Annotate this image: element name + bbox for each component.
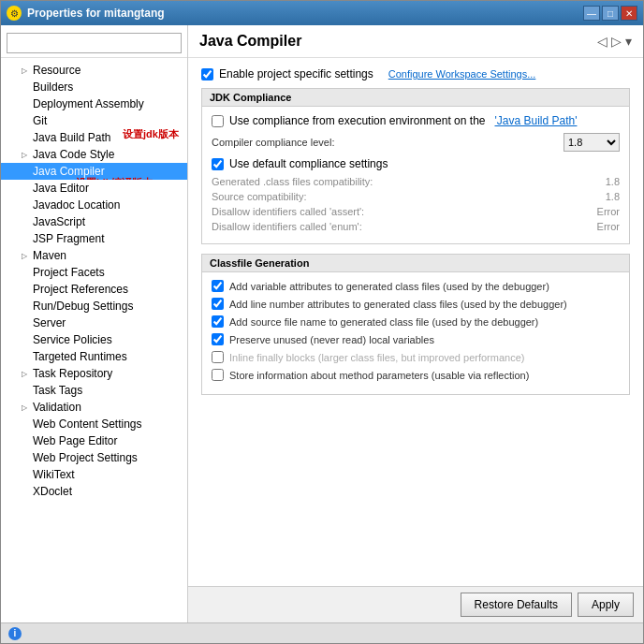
- store-checkbox[interactable]: [212, 369, 224, 381]
- compliance-level-label: Compiler compliance level:: [212, 137, 334, 148]
- sidebar-item-project-facets[interactable]: Project Facets: [1, 264, 187, 281]
- generated-label: Generated .class files compatibility:: [212, 176, 373, 187]
- add-variable-label: Add variable attributes to generated cla…: [229, 281, 549, 292]
- compliance-level-row: Compiler compliance level: 1.8 1.7 1.6: [212, 133, 620, 152]
- sidebar-item-java-compiler[interactable]: Java Compiler 设置jdk编译版本: [1, 163, 187, 180]
- sidebar-item-web-page-editor[interactable]: Web Page Editor: [1, 432, 187, 449]
- sidebar-item-label: Validation: [33, 401, 81, 414]
- use-default-label: Use default compliance settings: [229, 157, 388, 170]
- expand-arrow-placeholder: [20, 285, 29, 294]
- sidebar-item-maven[interactable]: ▷ Maven: [1, 247, 187, 264]
- nav-forward-icon[interactable]: ▷: [611, 34, 622, 49]
- title-bar: ⚙ Properties for mitangtang — □ ✕: [1, 1, 643, 25]
- sidebar-item-label: Run/Debug Settings: [33, 300, 133, 313]
- sidebar-item-builders[interactable]: Builders: [1, 79, 187, 95]
- source-row: Source compatibility: 1.8: [212, 191, 620, 202]
- close-button[interactable]: ✕: [621, 6, 637, 21]
- expand-arrow-placeholder: [20, 217, 29, 227]
- sidebar-item-wikitext[interactable]: WikiText: [1, 466, 187, 483]
- sidebar-item-javadoc-location[interactable]: Javadoc Location: [1, 197, 187, 213]
- sidebar-item-deployment-assembly[interactable]: Deployment Assembly: [1, 95, 187, 112]
- add-source-row: Add source file name to generated class …: [212, 315, 620, 328]
- add-source-checkbox[interactable]: [212, 315, 224, 328]
- disallow-assert-row: Disallow identifiers called 'assert': Er…: [212, 206, 620, 217]
- sidebar-item-service-policies[interactable]: Service Policies: [1, 331, 187, 348]
- expand-arrow-placeholder: [20, 167, 29, 176]
- store-label: Store information about method parameter…: [229, 370, 529, 381]
- jdk-compliance-section: JDK Compliance Use compliance from execu…: [201, 88, 630, 244]
- sidebar-item-java-build-path[interactable]: Java Build Path 设置jdk版本: [1, 129, 187, 146]
- sidebar-item-task-tags[interactable]: Task Tags: [1, 382, 187, 399]
- sidebar-item-java-code-style[interactable]: ▷ Java Code Style: [1, 146, 187, 163]
- sidebar-item-label: Targeted Runtimes: [33, 350, 127, 363]
- sidebar-item-label: XDoclet: [33, 485, 72, 498]
- apply-button[interactable]: Apply: [578, 593, 634, 617]
- sidebar-item-validation[interactable]: ▷ Validation: [1, 399, 187, 416]
- sidebar-item-targeted-runtimes[interactable]: Targeted Runtimes: [1, 348, 187, 365]
- sidebar-item-label: Project References: [33, 283, 128, 296]
- preserve-checkbox[interactable]: [212, 333, 224, 345]
- generated-row: Generated .class files compatibility: 1.…: [212, 176, 620, 187]
- sidebar-item-label: Web Project Settings: [33, 451, 138, 464]
- sidebar-item-jsp-fragment[interactable]: JSP Fragment: [1, 230, 187, 247]
- properties-window: ⚙ Properties for mitangtang — □ ✕ ▷ Reso…: [0, 0, 644, 644]
- expand-arrow: ▷: [20, 402, 29, 412]
- expand-arrow-placeholder: [20, 234, 29, 243]
- use-compliance-row: Use compliance from execution environmen…: [212, 114, 620, 127]
- panel-header: Java Compiler ◁ ▷ ▾: [188, 25, 643, 58]
- sidebar: ▷ Resource Builders Deployment Assembly …: [1, 25, 188, 622]
- annotation-jdk-version: 设置jdk版本: [123, 129, 179, 141]
- sidebar-item-label: Resource: [33, 64, 80, 77]
- minimize-button[interactable]: —: [583, 6, 600, 21]
- sidebar-item-label: Deployment Assembly: [33, 97, 144, 110]
- sidebar-item-resource[interactable]: ▷ Resource: [1, 62, 187, 79]
- sidebar-item-web-content-settings[interactable]: Web Content Settings: [1, 416, 187, 432]
- add-variable-row: Add variable attributes to generated cla…: [212, 280, 620, 292]
- annotation-jdk-compile: 设置jdk编译版本: [76, 176, 153, 180]
- configure-workspace-link[interactable]: Configure Workspace Settings...: [388, 68, 536, 80]
- disallow-enum-label: Disallow identifiers called 'enum':: [212, 221, 362, 232]
- expand-arrow-placeholder: [20, 352, 29, 361]
- sidebar-item-java-editor[interactable]: Java Editor: [1, 180, 187, 197]
- inline-row: Inline finally blocks (larger class file…: [212, 351, 620, 363]
- compliance-level-select[interactable]: 1.8 1.7 1.6: [564, 133, 620, 152]
- preserve-label: Preserve unused (never read) local varia…: [229, 334, 434, 345]
- sidebar-item-javascript[interactable]: JavaScript: [1, 213, 187, 230]
- sidebar-item-task-repository[interactable]: ▷ Task Repository: [1, 365, 187, 382]
- sidebar-item-label: JavaScript: [33, 215, 85, 228]
- sidebar-item-xdoclet[interactable]: XDoclet: [1, 483, 187, 500]
- sidebar-item-label: JSP Fragment: [33, 232, 104, 245]
- sidebar-item-web-project-settings[interactable]: Web Project Settings: [1, 449, 187, 466]
- sidebar-item-label: Project Facets: [33, 266, 105, 279]
- sidebar-item-project-references[interactable]: Project References: [1, 281, 187, 298]
- restore-defaults-button[interactable]: Restore Defaults: [461, 593, 572, 617]
- disallow-assert-value: Error: [597, 206, 620, 217]
- expand-arrow-placeholder: [20, 183, 29, 193]
- expand-arrow-placeholder: [20, 470, 29, 479]
- add-line-checkbox[interactable]: [212, 298, 224, 310]
- sidebar-item-label: Task Repository: [33, 367, 112, 380]
- sidebar-item-run-debug[interactable]: Run/Debug Settings: [1, 298, 187, 315]
- status-bar: i: [1, 622, 643, 643]
- sidebar-item-git[interactable]: Git: [1, 112, 187, 129]
- expand-arrow: ▷: [20, 66, 29, 75]
- bottom-bar: Restore Defaults Apply: [188, 586, 643, 622]
- classfile-section: Classfile Generation Add variable attrib…: [201, 254, 630, 395]
- source-value: 1.8: [606, 191, 620, 202]
- use-default-checkbox[interactable]: [212, 158, 224, 170]
- expand-arrow-placeholder: [20, 301, 29, 311]
- sidebar-item-server[interactable]: Server: [1, 315, 187, 331]
- inline-checkbox[interactable]: [212, 351, 224, 363]
- java-build-path-link[interactable]: 'Java Build Path': [494, 114, 577, 127]
- add-variable-checkbox[interactable]: [212, 280, 224, 292]
- nav-back-icon[interactable]: ◁: [597, 34, 607, 49]
- maximize-button[interactable]: □: [602, 6, 619, 21]
- expand-arrow-placeholder: [20, 200, 29, 210]
- use-compliance-checkbox[interactable]: [212, 115, 224, 127]
- enable-specific-settings-checkbox[interactable]: [201, 68, 213, 80]
- source-label: Source compatibility:: [212, 191, 307, 202]
- jdk-compliance-title: JDK Compliance: [202, 89, 629, 107]
- search-input[interactable]: [7, 33, 182, 53]
- nav-menu-icon[interactable]: ▾: [625, 34, 632, 49]
- expand-arrow-placeholder: [20, 419, 29, 429]
